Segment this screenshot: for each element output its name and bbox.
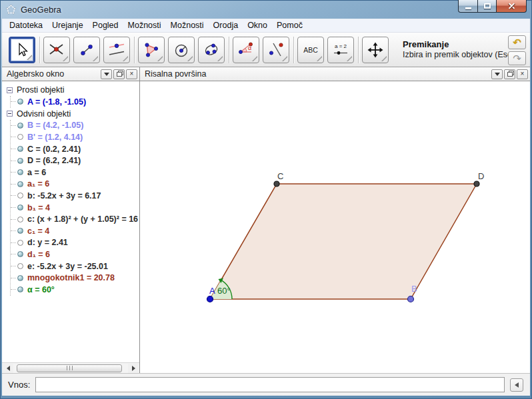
algebra-item-C[interactable]: C = (0.2, 2.41) <box>11 143 139 155</box>
menu-moznosti-2[interactable]: Možnosti <box>166 19 209 32</box>
polygon-tool-button[interactable] <box>138 37 165 63</box>
circle-tool-button[interactable] <box>168 37 195 63</box>
algebra-item-b[interactable]: b: -5.2x + 3y = 6.17 <box>11 190 139 202</box>
graphics-close-button[interactable]: × <box>517 69 528 79</box>
angle-tool-button[interactable]: α <box>233 37 259 63</box>
point-A[interactable] <box>207 296 213 302</box>
visibility-marker[interactable] <box>17 228 23 234</box>
point-A-label[interactable]: A <box>209 286 215 296</box>
point-B-label[interactable]: B <box>411 284 417 294</box>
visibility-marker[interactable] <box>17 146 23 152</box>
algebra-panel-header[interactable]: Algebrsko okno × <box>2 67 139 81</box>
svg-text:ABC: ABC <box>303 46 318 54</box>
visibility-marker[interactable] <box>17 216 23 222</box>
special-line-tool-button[interactable] <box>103 37 130 63</box>
algebra-item-e[interactable]: e: -5.2x + 3y = -25.01 <box>11 260 139 272</box>
point-B[interactable] <box>408 296 414 302</box>
menu-pomoc[interactable]: Pomoč <box>272 19 307 32</box>
algebra-item-b1[interactable]: b₁ = 4 <box>11 202 139 214</box>
visibility-marker[interactable] <box>17 99 23 105</box>
move-tool-button[interactable] <box>9 37 35 63</box>
scrollbar-thumb[interactable] <box>17 364 122 372</box>
visibility-marker[interactable] <box>17 181 23 187</box>
visibility-marker[interactable] <box>17 240 23 246</box>
segment-icon <box>78 41 95 59</box>
visibility-marker[interactable] <box>17 123 23 129</box>
algebra-item-B-prime[interactable]: B' = (1.2, 4.14) <box>11 131 139 143</box>
algebra-restore-button[interactable] <box>113 69 125 79</box>
collapse-icon[interactable] <box>7 111 13 117</box>
minimize-icon <box>465 7 471 9</box>
slider-tool-button[interactable]: a = 2 <box>327 37 354 63</box>
close-icon: × <box>521 71 525 77</box>
toolbar-separator <box>358 37 359 63</box>
algebra-item-A[interactable]: A = (-1.8, -1.05) <box>11 96 139 108</box>
point-D-label[interactable]: D <box>478 171 484 181</box>
minimize-button[interactable] <box>458 0 477 13</box>
visibility-marker[interactable] <box>17 275 23 281</box>
menu-urejanje[interactable]: Urejanje <box>47 19 88 32</box>
group-prosti-objekti[interactable]: Prosti objekti <box>5 84 139 96</box>
line-tool-button[interactable] <box>73 37 100 63</box>
scroll-right-button[interactable] <box>128 364 139 373</box>
algebra-horizontal-scrollbar[interactable] <box>2 362 139 373</box>
point-D[interactable] <box>474 181 479 187</box>
menu-okno[interactable]: Okno <box>243 19 272 32</box>
algebra-item-c1[interactable]: c₁ = 4 <box>11 225 139 237</box>
group-label: Prosti objekti <box>17 85 65 95</box>
visibility-marker[interactable] <box>17 193 23 199</box>
menu-pogled[interactable]: Pogled <box>88 19 123 32</box>
window-title: GeoGebra <box>21 5 61 15</box>
menu-datoteka[interactable]: Datoteka <box>5 19 47 32</box>
conic-tool-button[interactable] <box>198 37 225 63</box>
algebra-menu-button[interactable] <box>101 69 112 79</box>
graphics-view-panel: Risalna površina × 60° <box>140 67 530 373</box>
text-tool-button[interactable]: ABC <box>297 37 324 63</box>
redo-button[interactable]: ↷ <box>508 51 526 65</box>
algebra-item-alpha[interactable]: α = 60° <box>11 284 139 296</box>
visibility-marker[interactable] <box>17 169 23 175</box>
algebra-item-B[interactable]: B = (4.2, -1.05) <box>11 120 139 132</box>
toolbar-separator <box>293 37 294 63</box>
algebra-item-a[interactable]: a = 6 <box>11 167 139 179</box>
client-area: Datoteka Urejanje Pogled Možnosti Možnos… <box>2 19 530 396</box>
visibility-marker[interactable] <box>17 134 23 140</box>
input-help-toggle-button[interactable] <box>510 378 523 392</box>
menu-moznosti-1[interactable]: Možnosti <box>123 19 166 32</box>
graphics-panel-header[interactable]: Risalna površina × <box>140 67 530 81</box>
graphics-panel-title: Risalna površina <box>145 69 206 79</box>
visibility-marker[interactable] <box>17 251 23 257</box>
visibility-marker[interactable] <box>17 204 23 210</box>
transform-tool-button[interactable] <box>263 37 289 63</box>
point-C-label[interactable]: C <box>277 171 283 181</box>
point-tool-button[interactable] <box>43 37 70 63</box>
parallelogram-ABDC[interactable] <box>210 184 477 299</box>
algebra-item-mnogokotnik1[interactable]: mnogokotnik1 = 20.78 <box>11 272 139 284</box>
algebra-item-a1[interactable]: a₁ = 6 <box>11 179 139 191</box>
group-odvisni-objekti[interactable]: Odvisni objekti <box>5 108 139 120</box>
command-input[interactable] <box>35 377 505 392</box>
point-C[interactable] <box>274 181 279 187</box>
algebra-item-d1[interactable]: d₁ = 6 <box>11 248 139 260</box>
graphics-menu-button[interactable] <box>491 69 503 79</box>
visibility-marker[interactable] <box>17 286 23 292</box>
graphics-restore-button[interactable] <box>504 69 515 79</box>
menu-orodja[interactable]: Orodja <box>209 19 243 32</box>
visibility-marker[interactable] <box>17 263 23 269</box>
algebra-item-D[interactable]: D = (6.2, 2.41) <box>11 155 139 167</box>
maximize-button[interactable] <box>477 0 497 13</box>
close-button[interactable] <box>497 0 527 13</box>
undo-button[interactable]: ↶ <box>508 35 526 49</box>
algebra-close-button[interactable]: × <box>126 69 137 79</box>
visibility-marker[interactable] <box>17 158 23 164</box>
algebra-item-d[interactable]: d: y = 2.41 <box>11 237 139 249</box>
parallel-line-icon <box>108 41 125 59</box>
titlebar[interactable]: GeoGebra <box>0 0 532 19</box>
algebra-tree: Prosti objekti A = (-1.8, -1.05) Odvisni… <box>2 81 139 362</box>
algebra-item-c[interactable]: c: (x + 1.8)² + (y + 1.05)² = 16 <box>11 213 139 225</box>
drawing-canvas[interactable]: 60° A B C D <box>140 81 530 373</box>
collapse-icon[interactable] <box>7 87 13 93</box>
angle-label[interactable]: 60° <box>217 286 231 296</box>
scroll-left-button[interactable] <box>3 364 13 373</box>
move-canvas-tool-button[interactable] <box>362 37 389 63</box>
